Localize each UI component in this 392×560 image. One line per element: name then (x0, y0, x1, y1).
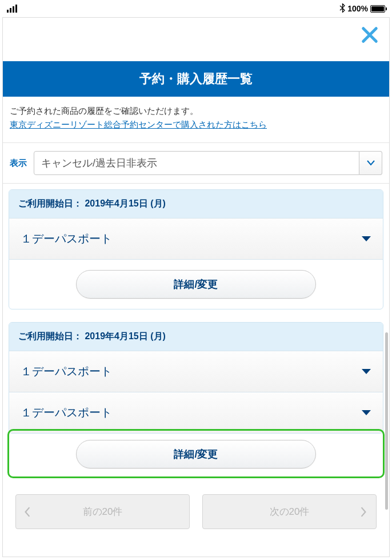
battery-icon (370, 5, 385, 13)
highlighted-action: 詳細/変更 (7, 429, 385, 478)
booking-item-label: １デーパスポート (21, 405, 112, 420)
booking-item-row[interactable]: １デーパスポート (9, 392, 383, 433)
detail-change-button[interactable]: 詳細/変更 (76, 440, 316, 468)
close-button[interactable] (358, 23, 381, 46)
booking-item-label: １デーパスポート (21, 364, 112, 379)
chevron-down-icon (361, 235, 371, 243)
close-icon (361, 26, 378, 43)
page-title: 予約・購入履歴一覧 (3, 61, 389, 97)
booking-action-area: 詳細/変更 (9, 259, 383, 309)
next-page-button[interactable]: 次の20件 (202, 494, 377, 529)
filter-selected-value: キャンセル/過去日非表示 (34, 151, 359, 175)
filter-select[interactable]: キャンセル/過去日非表示 (34, 151, 382, 175)
booking-item-label: １デーパスポート (21, 231, 112, 247)
booking-item-row[interactable]: １デーパスポート (9, 218, 383, 259)
booking-item-row[interactable]: １デーパスポート (9, 351, 383, 392)
booking-card: ご利用開始日： 2019年4月15日 (月) １デーパスポート 詳細/変更 (9, 189, 383, 309)
status-bar: 100% (0, 0, 392, 17)
prev-page-button[interactable]: 前の20件 (15, 494, 190, 529)
filter-label: 表示 (10, 158, 27, 169)
next-page-label: 次の20件 (270, 505, 310, 518)
booking-card: ご利用開始日： 2019年4月15日 (月) １デーパスポート １デーパスポート (9, 322, 383, 434)
intro-block: ご予約された商品の履歴をご確認いただけます。 東京ディズニーリゾート総合予約セン… (3, 97, 389, 143)
prev-page-label: 前の20件 (83, 505, 123, 518)
chevron-down-icon (361, 409, 371, 417)
chevron-left-icon (24, 507, 32, 517)
booking-date: ご利用開始日： 2019年4月15日 (月) (9, 190, 383, 218)
bookings-list: ご利用開始日： 2019年4月15日 (月) １デーパスポート 詳細/変更 ご利… (3, 184, 389, 538)
intro-link[interactable]: 東京ディズニーリゾート総合予約センターで購入された方はこちら (10, 120, 267, 129)
battery-text: 100% (347, 4, 368, 13)
booking-date: ご利用開始日： 2019年4月15日 (月) (9, 323, 383, 351)
detail-change-button[interactable]: 詳細/変更 (76, 270, 316, 299)
chevron-down-icon (361, 368, 371, 376)
intro-text: ご予約された商品の履歴をご確認いただけます。 (10, 106, 382, 117)
chevron-down-icon (367, 160, 375, 166)
chevron-right-icon (360, 507, 368, 517)
bluetooth-icon (339, 3, 345, 14)
signal-icon (7, 5, 17, 13)
booking-action-area: 詳細/変更 (13, 435, 379, 473)
scrollbar[interactable] (385, 332, 388, 510)
filter-dropdown-button[interactable] (359, 151, 382, 175)
pager: 前の20件 次の20件 (9, 494, 383, 534)
filter-row: 表示 キャンセル/過去日非表示 (3, 143, 389, 184)
